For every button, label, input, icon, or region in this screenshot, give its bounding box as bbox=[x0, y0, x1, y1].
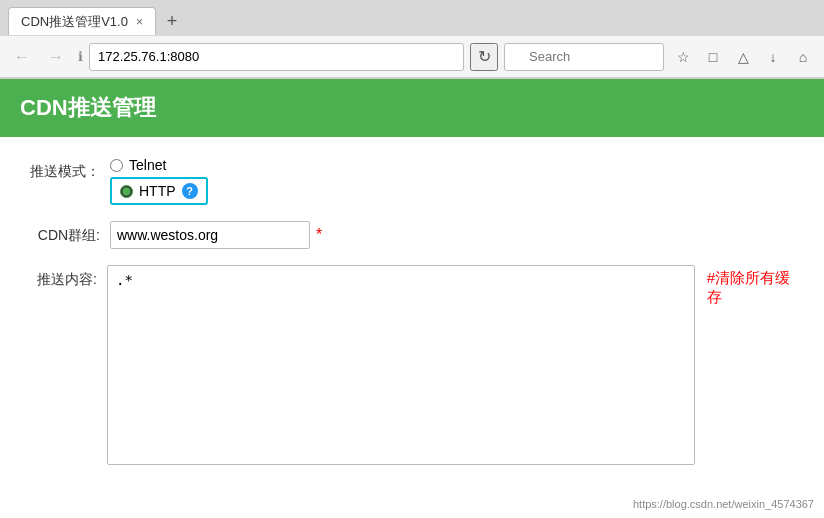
page-title: CDN推送管理 bbox=[20, 95, 156, 120]
nav-icons: ☆ □ △ ↓ ⌂ bbox=[670, 44, 816, 70]
radio-http-option[interactable]: HTTP bbox=[120, 183, 176, 199]
info-icon: ℹ bbox=[78, 49, 83, 64]
nav-bar: ← → ℹ ↻ 🔍 ☆ □ △ ↓ ⌂ bbox=[0, 36, 824, 78]
home-button[interactable]: ⌂ bbox=[790, 44, 816, 70]
pocket-button[interactable]: △ bbox=[730, 44, 756, 70]
required-star: * bbox=[316, 221, 322, 249]
page-header: CDN推送管理 bbox=[0, 79, 824, 137]
main-content: 推送模式： Telnet HTTP ? CDN群组: bbox=[0, 137, 824, 518]
push-content-label: 推送内容: bbox=[30, 265, 107, 289]
address-bar[interactable] bbox=[89, 43, 464, 71]
content-textarea[interactable]: .* bbox=[107, 265, 695, 465]
push-mode-control: Telnet HTTP ? bbox=[110, 157, 794, 205]
reload-button[interactable]: ↻ bbox=[470, 43, 498, 71]
download-button[interactable]: ↓ bbox=[760, 44, 786, 70]
cdn-group-control: * bbox=[110, 221, 794, 249]
radio-http[interactable] bbox=[120, 185, 133, 198]
reader-view-button[interactable]: □ bbox=[700, 44, 726, 70]
radio-http-box: HTTP ? bbox=[110, 177, 208, 205]
active-tab[interactable]: CDN推送管理V1.0 × bbox=[8, 7, 156, 35]
browser-chrome: CDN推送管理V1.0 × + ← → ℹ ↻ 🔍 ☆ □ △ ↓ ⌂ bbox=[0, 0, 824, 79]
search-input[interactable] bbox=[504, 43, 664, 71]
cdn-group-label: CDN群组: bbox=[30, 221, 110, 245]
push-mode-label: 推送模式： bbox=[30, 157, 110, 181]
cdn-group-row: CDN群组: * bbox=[30, 221, 794, 249]
push-content-control: .* #清除所有缓存 bbox=[107, 265, 794, 465]
push-content-row: 推送内容: .* #清除所有缓存 bbox=[30, 265, 794, 465]
radio-group: Telnet HTTP ? bbox=[110, 157, 208, 205]
watermark: https://blog.csdn.net/weixin_4574367 bbox=[633, 498, 814, 510]
radio-telnet-label: Telnet bbox=[129, 157, 166, 173]
radio-http-label: HTTP bbox=[139, 183, 176, 199]
cdn-group-input[interactable] bbox=[110, 221, 310, 249]
tab-close-button[interactable]: × bbox=[136, 16, 143, 28]
help-icon[interactable]: ? bbox=[182, 183, 198, 199]
tab-bar: CDN推送管理V1.0 × + bbox=[0, 0, 824, 36]
radio-telnet-option[interactable]: Telnet bbox=[110, 157, 208, 173]
back-button[interactable]: ← bbox=[8, 43, 36, 71]
tab-title: CDN推送管理V1.0 bbox=[21, 13, 128, 31]
forward-button[interactable]: → bbox=[42, 43, 70, 71]
content-comment: #清除所有缓存 bbox=[707, 265, 794, 307]
bookmark-star-button[interactable]: ☆ bbox=[670, 44, 696, 70]
push-mode-row: 推送模式： Telnet HTTP ? bbox=[30, 157, 794, 205]
search-container: 🔍 bbox=[504, 43, 664, 71]
radio-telnet[interactable] bbox=[110, 159, 123, 172]
new-tab-button[interactable]: + bbox=[160, 9, 184, 33]
